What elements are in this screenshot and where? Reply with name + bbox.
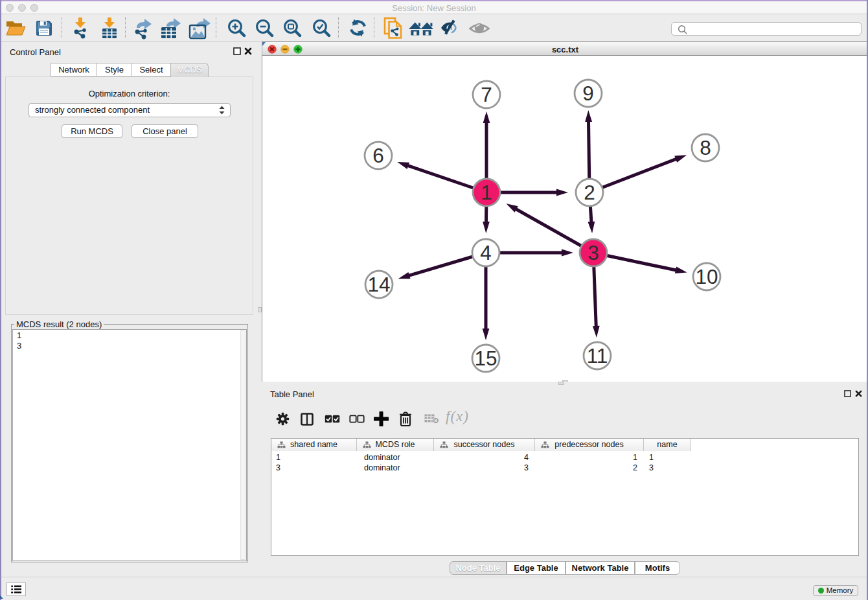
- svg-text:15: 15: [474, 347, 497, 370]
- svg-text:4: 4: [480, 241, 492, 264]
- svg-text:3: 3: [588, 241, 599, 264]
- svg-text:6: 6: [372, 144, 384, 167]
- svg-text:8: 8: [700, 136, 711, 159]
- svg-text:11: 11: [587, 344, 608, 367]
- svg-text:14: 14: [367, 273, 390, 296]
- svg-text:9: 9: [582, 82, 594, 105]
- svg-text:7: 7: [481, 83, 492, 106]
- svg-text:10: 10: [695, 265, 718, 288]
- svg-text:2: 2: [584, 181, 595, 204]
- svg-text:1: 1: [481, 181, 492, 204]
